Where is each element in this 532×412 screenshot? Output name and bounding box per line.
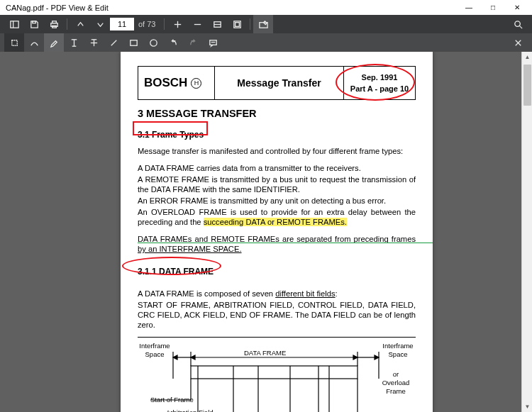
prev-page-button[interactable] <box>70 15 90 33</box>
maximize-button[interactable]: □ <box>481 0 505 15</box>
page-number-input[interactable] <box>110 18 134 30</box>
doc-brand: BOSCHH <box>138 67 215 99</box>
svg-rect-24 <box>130 40 136 45</box>
zoom-in-button[interactable] <box>167 15 187 33</box>
green-line-annotation[interactable] <box>138 243 433 243</box>
fit-page-button[interactable] <box>227 15 247 33</box>
text-tool-button[interactable] <box>64 33 84 52</box>
paragraph: An ERROR FRAME is transmitted by any uni… <box>138 196 416 206</box>
rectangle-tool-button[interactable] <box>123 33 143 52</box>
svg-point-14 <box>514 21 520 26</box>
document-viewport[interactable]: BOSCHH Message Transfer Sep. 1991 Part A… <box>0 52 532 412</box>
separator <box>250 18 250 30</box>
save-button[interactable] <box>24 15 44 33</box>
scrollbar-thumb[interactable] <box>523 65 531 106</box>
paragraph: An OVERLOAD FRAME is used to provide for… <box>138 207 416 227</box>
doc-header: BOSCHH Message Transfer Sep. 1991 Part A… <box>138 66 416 100</box>
svg-marker-36 <box>375 355 379 360</box>
comment-tool-button[interactable] <box>203 33 223 52</box>
svg-line-15 <box>519 26 522 28</box>
next-page-button[interactable] <box>90 15 110 33</box>
paragraph: A DATA FRAME carries data from a transmi… <box>138 163 416 173</box>
svg-line-23 <box>111 40 116 45</box>
diagram-label: Arbitration Field <box>166 408 214 412</box>
doc-title: Message Transfer <box>215 67 344 99</box>
select-tool-button[interactable] <box>4 33 24 52</box>
svg-rect-4 <box>52 21 56 23</box>
minimize-button[interactable]: — <box>457 0 481 15</box>
diagram-label: DATA FRAME <box>244 349 286 357</box>
window-title: CANag.pdf - PDF View & Edit <box>3 4 457 12</box>
heading-1: 3 MESSAGE TRANSFER <box>138 107 416 120</box>
frame-diagram: InterframeSpace DATA FRAME InterframeSpa… <box>138 337 416 412</box>
svg-point-25 <box>150 39 156 45</box>
paragraph: START OF FRAME, ARBITRATION FIELD, CONTR… <box>138 300 416 330</box>
undo-button[interactable] <box>163 33 183 52</box>
fit-width-button[interactable] <box>207 15 227 33</box>
annotation-toolbar <box>0 33 532 52</box>
svg-rect-12 <box>235 22 240 26</box>
document-page: BOSCHH Message Transfer Sep. 1991 Part A… <box>121 52 433 412</box>
window-titlebar: CANag.pdf - PDF View & Edit — □ ✕ <box>0 0 532 15</box>
svg-marker-33 <box>191 355 195 360</box>
heading-2: 3.1.1 DATA FRAME <box>138 267 214 277</box>
doc-body: 3 MESSAGE TRANSFER 3.1 Frame Types Messa… <box>138 107 416 412</box>
highlight-annotation[interactable]: succeeding DATA or REMOTE FRAMEs. <box>204 218 347 226</box>
paragraph: DATA FRAMEs and REMOTE FRAMEs are separa… <box>138 234 416 254</box>
svg-rect-37 <box>191 366 358 379</box>
main-toolbar: of 73 <box>0 15 532 33</box>
red-ellipse-annotation[interactable] <box>336 64 415 101</box>
separator <box>67 18 67 30</box>
vertical-scrollbar[interactable]: ▲ ▼ <box>521 52 532 412</box>
close-window-button[interactable]: ✕ <box>505 0 529 15</box>
scroll-up-arrow-icon[interactable]: ▲ <box>522 52 532 62</box>
edit-mode-button[interactable] <box>253 15 273 33</box>
highlight-tool-button[interactable] <box>44 33 64 52</box>
close-toolbar-button[interactable] <box>508 33 528 52</box>
doc-date: Sep. 1991 <box>362 73 398 82</box>
ink-tool-button[interactable] <box>24 33 44 52</box>
heading-2: 3.1 Frame Types <box>138 130 204 140</box>
scroll-down-arrow-icon[interactable]: ▼ <box>522 401 532 412</box>
separator <box>164 18 165 30</box>
redo-button[interactable] <box>183 33 203 52</box>
diagram-label: orOverloadFrame <box>380 370 411 396</box>
diagram-label: Start of Frame <box>150 396 194 404</box>
ellipse-tool-button[interactable] <box>143 33 163 52</box>
print-button[interactable] <box>44 15 64 33</box>
paragraph: A DATA FRAME is composed of seven differ… <box>138 289 416 299</box>
paragraph: Message transfer is manifested and contr… <box>138 146 416 156</box>
doc-page-ref: Part A - page 10 <box>350 84 409 93</box>
svg-marker-34 <box>353 355 358 360</box>
line-tool-button[interactable] <box>104 33 123 52</box>
sidebar-toggle-button[interactable] <box>4 15 24 33</box>
page-count-label: of 73 <box>138 20 155 28</box>
strikethrough-tool-button[interactable] <box>84 33 104 52</box>
diagram-label: InterframeSpace <box>380 342 416 359</box>
svg-marker-31 <box>173 355 177 360</box>
svg-rect-2 <box>32 21 35 23</box>
paragraph: A REMOTE FRAME is transmitted by a bus u… <box>138 174 416 194</box>
diagram-label: InterframeSpace <box>138 342 172 359</box>
zoom-out-button[interactable] <box>187 15 207 33</box>
doc-meta: Sep. 1991 Part A - page 10 <box>344 67 415 99</box>
svg-rect-16 <box>11 40 17 45</box>
svg-rect-0 <box>10 21 18 27</box>
search-button[interactable] <box>508 15 528 33</box>
bosch-logo-icon: H <box>191 78 201 89</box>
